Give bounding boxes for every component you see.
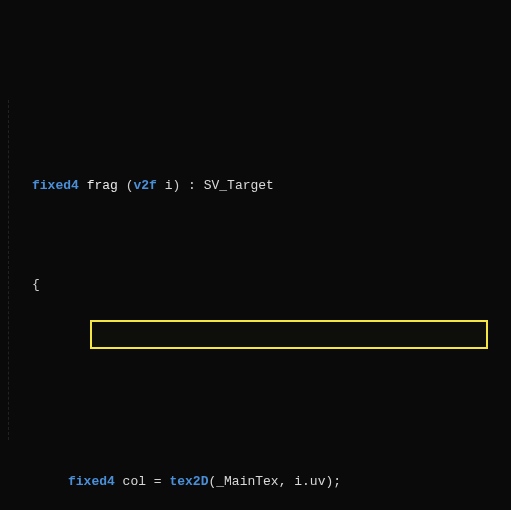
code-editor: fixed4 frag (v2f i) : SV_Target { fixed4…: [0, 0, 511, 510]
param-type: v2f: [133, 178, 156, 193]
code-block: fixed4 frag (v2f i) : SV_Target { fixed4…: [8, 100, 511, 510]
func-name: frag: [79, 178, 118, 193]
line-signature: fixed4 frag (v2f i) : SV_Target: [32, 174, 511, 199]
fold-gutter: [8, 100, 21, 440]
return-type: fixed4: [32, 178, 79, 193]
semantic: SV_Target: [204, 178, 274, 193]
blank-line: [32, 372, 511, 397]
line-col-decl: fixed4 col = tex2D(_MainTex, i.uv);: [32, 470, 511, 495]
brace-open: {: [32, 273, 511, 298]
tex2d-call: tex2D: [169, 474, 208, 489]
